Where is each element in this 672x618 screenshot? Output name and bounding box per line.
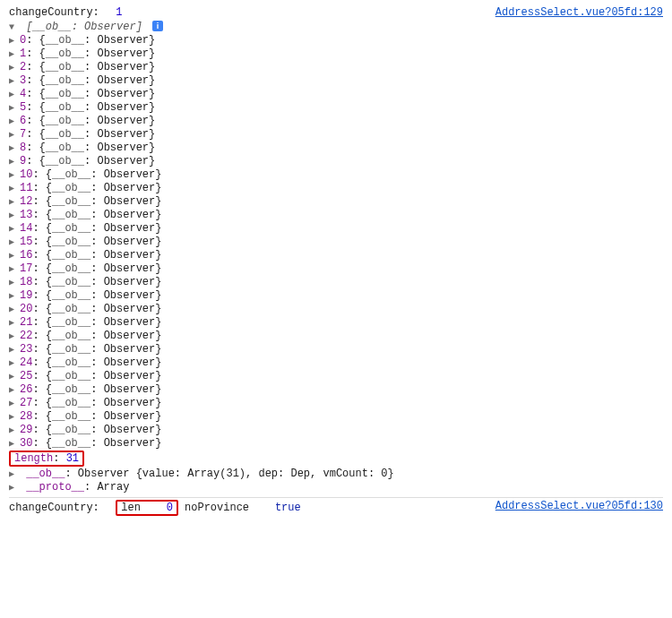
ob-type: Observer — [104, 397, 156, 409]
proto-row[interactable]: ▶ __proto__: Array — [9, 480, 663, 494]
noprovince-key: noProvince — [185, 502, 249, 514]
array-item[interactable]: ▶20: {__ob__: Observer} — [9, 302, 663, 315]
triangle-right-icon[interactable]: ▶ — [9, 330, 18, 341]
array-item[interactable]: ▶28: {__ob__: Observer} — [9, 409, 663, 423]
ob-key: __ob__ — [52, 437, 90, 450]
triangle-right-icon[interactable]: ▶ — [9, 35, 18, 46]
triangle-right-icon[interactable]: ▶ — [9, 357, 18, 368]
triangle-right-icon[interactable]: ▶ — [9, 425, 18, 435]
item-index: 29 — [20, 424, 32, 436]
ob-type: Observer — [104, 424, 156, 436]
triangle-right-icon[interactable]: ▶ — [9, 102, 18, 113]
triangle-right-icon[interactable]: ▶ — [9, 263, 18, 274]
array-item[interactable]: ▶27: {__ob__: Observer} — [9, 396, 663, 409]
ob-key: __ob__ — [52, 370, 90, 382]
ob-key: __ob__ — [52, 330, 90, 342]
triangle-right-icon[interactable]: ▶ — [9, 236, 18, 247]
array-item[interactable]: ▶26: {__ob__: Observer} — [9, 382, 663, 396]
triangle-right-icon[interactable]: ▶ — [9, 129, 18, 140]
triangle-right-icon[interactable]: ▶ — [9, 75, 18, 86]
array-item[interactable]: ▶5: {__ob__: Observer} — [9, 100, 663, 114]
array-header[interactable]: ▼ [__ob__: Observer] i — [9, 20, 663, 33]
array-item[interactable]: ▶18: {__ob__: Observer} — [9, 275, 663, 288]
triangle-right-icon[interactable]: ▶ — [9, 277, 18, 288]
ob-summary-row[interactable]: ▶ __ob__: Observer {value: Array(31), de… — [9, 467, 663, 480]
ob-type: Observer — [104, 182, 156, 194]
log-value: 1 — [116, 6, 122, 19]
ob-key: __ob__ — [52, 410, 90, 423]
array-item[interactable]: ▶29: {__ob__: Observer} — [9, 423, 663, 436]
array-item[interactable]: ▶24: {__ob__: Observer} — [9, 356, 663, 369]
triangle-right-icon[interactable]: ▶ — [9, 398, 18, 408]
triangle-right-icon[interactable]: ▶ — [9, 438, 18, 449]
array-item[interactable]: ▶22: {__ob__: Observer} — [9, 329, 663, 342]
triangle-right-icon[interactable]: ▶ — [9, 384, 18, 395]
triangle-right-icon[interactable]: ▶ — [9, 210, 18, 220]
array-item[interactable]: ▶25: {__ob__: Observer} — [9, 369, 663, 382]
ob-type: Observer — [104, 303, 156, 315]
array-item[interactable]: ▶15: {__ob__: Observer} — [9, 235, 663, 248]
source-link-2[interactable]: AddressSelect.vue?05fd:130 — [495, 500, 663, 512]
triangle-right-icon[interactable]: ▶ — [9, 371, 18, 382]
triangle-right-icon[interactable]: ▶ — [9, 196, 18, 207]
triangle-right-icon[interactable]: ▶ — [9, 183, 18, 193]
ob-key: __ob__ — [46, 128, 84, 141]
info-icon[interactable]: i — [152, 21, 163, 31]
item-index: 13 — [20, 209, 32, 221]
triangle-right-icon[interactable]: ▶ — [9, 142, 18, 153]
triangle-right-icon[interactable]: ▶ — [9, 304, 18, 314]
array-item[interactable]: ▶30: {__ob__: Observer} — [9, 436, 663, 450]
array-item[interactable]: ▶10: {__ob__: Observer} — [9, 167, 663, 181]
ob-type: Observer — [104, 330, 156, 342]
ob-key: __ob__ — [52, 249, 90, 262]
array-item[interactable]: ▶12: {__ob__: Observer} — [9, 194, 663, 208]
triangle-right-icon[interactable]: ▶ — [9, 344, 18, 355]
triangle-right-icon[interactable]: ▶ — [9, 116, 18, 126]
triangle-right-icon[interactable]: ▶ — [9, 290, 18, 301]
triangle-right-icon[interactable]: ▶ — [9, 482, 18, 493]
ob-type: Observer — [104, 249, 156, 262]
triangle-right-icon[interactable]: ▶ — [9, 468, 18, 479]
triangle-right-icon[interactable]: ▶ — [9, 62, 18, 73]
array-item[interactable]: ▶14: {__ob__: Observer} — [9, 221, 663, 235]
array-item[interactable]: ▶7: {__ob__: Observer} — [9, 127, 663, 141]
ob-key: __ob__ — [52, 316, 90, 329]
triangle-right-icon[interactable]: ▶ — [9, 89, 18, 99]
triangle-right-icon[interactable]: ▶ — [9, 48, 18, 59]
triangle-right-icon[interactable]: ▶ — [9, 411, 18, 422]
array-item[interactable]: ▶6: {__ob__: Observer} — [9, 114, 663, 127]
triangle-right-icon[interactable]: ▶ — [9, 317, 18, 328]
array-item[interactable]: ▶2: {__ob__: Observer} — [9, 60, 663, 73]
ob-type: Observer — [104, 343, 156, 356]
array-item[interactable]: ▶17: {__ob__: Observer} — [9, 262, 663, 275]
array-item[interactable]: ▶13: {__ob__: Observer} — [9, 208, 663, 221]
array-item[interactable]: ▶16: {__ob__: Observer} — [9, 248, 663, 262]
array-item[interactable]: ▶3: {__ob__: Observer} — [9, 73, 663, 87]
source-link-1[interactable]: AddressSelect.vue?05fd:129 — [495, 6, 663, 19]
item-index: 20 — [20, 303, 32, 315]
array-item[interactable]: ▶9: {__ob__: Observer} — [9, 154, 663, 167]
triangle-right-icon[interactable]: ▶ — [9, 156, 18, 167]
array-item[interactable]: ▶11: {__ob__: Observer} — [9, 181, 663, 194]
ob-type: Observer — [97, 128, 149, 141]
array-item[interactable]: ▶23: {__ob__: Observer} — [9, 342, 663, 356]
proto-value: Array — [97, 481, 129, 494]
item-index: 24 — [20, 356, 32, 369]
array-item[interactable]: ▶21: {__ob__: Observer} — [9, 315, 663, 329]
ob-type: Observer — [104, 236, 156, 248]
array-item[interactable]: ▶1: {__ob__: Observer} — [9, 47, 663, 60]
triangle-right-icon[interactable]: ▶ — [9, 223, 18, 234]
array-item[interactable]: ▶19: {__ob__: Observer} — [9, 288, 663, 302]
item-index: 12 — [20, 195, 32, 208]
ob-type: Observer — [84, 21, 136, 33]
array-item[interactable]: ▶0: {__ob__: Observer} — [9, 33, 663, 47]
triangle-right-icon[interactable]: ▶ — [9, 250, 18, 261]
triangle-down-icon[interactable]: ▼ — [9, 22, 18, 32]
array-item[interactable]: ▶8: {__ob__: Observer} — [9, 141, 663, 154]
item-index: 11 — [20, 182, 32, 194]
array-item[interactable]: ▶4: {__ob__: Observer} — [9, 87, 663, 100]
triangle-right-icon[interactable]: ▶ — [9, 169, 18, 180]
ob-type: Observer — [97, 74, 149, 87]
ob-type: Observer — [97, 47, 149, 60]
ob-key: __ob__ — [46, 47, 84, 60]
